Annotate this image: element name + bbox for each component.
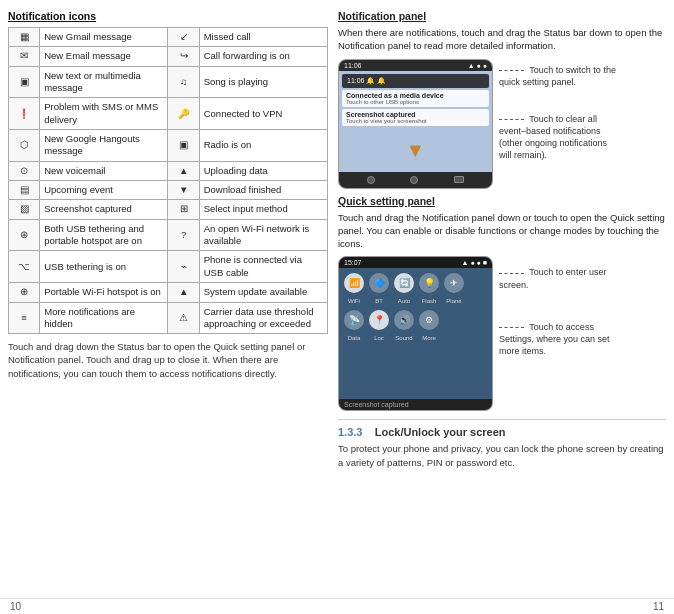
left-icon-cell-1: ✉ bbox=[9, 47, 40, 66]
phone-notif-item-1[interactable]: Connected as a media device Touch to oth… bbox=[342, 90, 489, 107]
lock-desc: To protect your phone and privacy, you c… bbox=[338, 442, 666, 469]
notif-panel-desc: When there are notifications, touch and … bbox=[338, 26, 666, 53]
phone-screen-1: 11:06 🔔 🔔 Connected as a media device To… bbox=[339, 71, 492, 172]
left-icon-cell-5: ⊙ bbox=[9, 161, 40, 180]
lock-title: Lock/Unlock your screen bbox=[375, 426, 506, 438]
notification-icons-title: Notification icons bbox=[8, 10, 328, 22]
left-label-cell-9: USB tethering is on bbox=[40, 251, 168, 283]
qs-icon-airplane[interactable]: ✈ bbox=[444, 273, 464, 293]
left-icon-cell-11: ≡ bbox=[9, 302, 40, 334]
qs-icon-rotate[interactable]: 🔄 bbox=[394, 273, 414, 293]
right-icon-cell-5: ▲ bbox=[168, 161, 199, 180]
qs-label-wifi: WiFi bbox=[344, 298, 364, 304]
qs-annot-1: Touch to enter user screen. bbox=[499, 266, 619, 290]
qs-label-rotate: Auto bbox=[394, 298, 414, 304]
left-label-cell-10: Portable Wi-Fi hotspot is on bbox=[40, 283, 168, 302]
right-icon-cell-3: 🔑 bbox=[168, 98, 199, 130]
qs-icon-bluetooth[interactable]: 🔷 bbox=[369, 273, 389, 293]
qs-annotations: Touch to enter user screen. Touch to acc… bbox=[499, 266, 619, 357]
qs-icon-wifi[interactable]: 📶 bbox=[344, 273, 364, 293]
qs-bottom-notif: Screenshot captured bbox=[339, 399, 492, 410]
page-num-right: 11 bbox=[653, 601, 664, 612]
qs-icon-sound[interactable]: 🔊 bbox=[394, 310, 414, 330]
page-num-left: 10 bbox=[10, 601, 21, 612]
qs-status-bar: 15:07 ▲ ● ● ■ bbox=[339, 257, 492, 268]
left-icon-cell-7: ▨ bbox=[9, 200, 40, 219]
qs-label-bt: BT bbox=[369, 298, 389, 304]
lock-section-num: 1.3.3 bbox=[338, 426, 362, 438]
right-label-cell-10: System update available bbox=[199, 283, 327, 302]
page-numbers: 10 11 bbox=[0, 598, 674, 614]
qs-label-row-2: Data Loc Sound More bbox=[344, 335, 487, 341]
annot-2-text: Touch to clear all event–based notificat… bbox=[499, 114, 607, 160]
left-icon-cell-9: ⌥ bbox=[9, 251, 40, 283]
right-icon-cell-8: ? bbox=[168, 219, 199, 251]
right-icon-cell-4: ▣ bbox=[168, 130, 199, 162]
main-page: Notification icons ▦New Gmail message↙Mi… bbox=[0, 0, 674, 598]
phone-notif-item-2[interactable]: Screenshot captured Touch to view your s… bbox=[342, 109, 489, 126]
qs-icon-data[interactable]: 📡 bbox=[344, 310, 364, 330]
annot-1-text: Touch to switch to the quick setting pan… bbox=[499, 65, 616, 87]
qs-wrapper: 15:07 ▲ ● ● ■ 📶 🔷 🔄 💡 ✈ WiFi BT Auto bbox=[338, 256, 666, 411]
right-icon-cell-9: ⌁ bbox=[168, 251, 199, 283]
qs-label-flash: Flash bbox=[419, 298, 439, 304]
qs-panel: 📶 🔷 🔄 💡 ✈ WiFi BT Auto Flash Plane bbox=[339, 268, 492, 399]
qs-label-data: Data bbox=[344, 335, 364, 341]
qs-icon-location[interactable]: 📍 bbox=[369, 310, 389, 330]
qs-time: 15:07 bbox=[344, 259, 362, 266]
right-label-cell-8: An open Wi-Fi network is available bbox=[199, 219, 327, 251]
phone-status-bar-1: 11:06 ▲ ● ● bbox=[339, 60, 492, 71]
left-label-cell-1: New Email message bbox=[40, 47, 168, 66]
left-label-cell-0: New Gmail message bbox=[40, 28, 168, 47]
qs-label-loc: Loc bbox=[369, 335, 389, 341]
right-icon-cell-6: ▼ bbox=[168, 181, 199, 200]
right-label-cell-0: Missed call bbox=[199, 28, 327, 47]
qs-icon-flashlight[interactable]: 💡 bbox=[419, 273, 439, 293]
right-icon-cell-7: ⊞ bbox=[168, 200, 199, 219]
phone-recent-btn[interactable] bbox=[454, 176, 464, 183]
left-label-cell-7: Screenshot captured bbox=[40, 200, 168, 219]
dashed-arrow-2 bbox=[499, 119, 524, 120]
right-icon-cell-2: ♫ bbox=[168, 66, 199, 98]
right-label-cell-2: Song is playing bbox=[199, 66, 327, 98]
lock-header: 1.3.3 Lock/Unlock your screen bbox=[338, 426, 666, 438]
phone-back-btn[interactable] bbox=[367, 176, 375, 184]
phone-notif-bar-1: 11:06 🔔 🔔 bbox=[342, 74, 489, 88]
qs-label-settings: More bbox=[419, 335, 439, 341]
phone-home-btn[interactable] bbox=[410, 176, 418, 184]
left-label-cell-2: New text or multimedia message bbox=[40, 66, 168, 98]
lock-section: 1.3.3 Lock/Unlock your screen To protect… bbox=[338, 419, 666, 469]
left-label-cell-5: New voicemail bbox=[40, 161, 168, 180]
down-arrow-indicator: ▼ bbox=[406, 139, 426, 162]
qs-icons-row-2: 📡 📍 🔊 ⚙ bbox=[344, 310, 487, 330]
left-icon-cell-3: ❗ bbox=[9, 98, 40, 130]
qs-icon-settings[interactable]: ⚙ bbox=[419, 310, 439, 330]
phone-time-1: 11:06 bbox=[344, 62, 362, 69]
phone-notif-bar-label: 11:06 🔔 🔔 bbox=[347, 77, 386, 84]
qs-annot-1-text: Touch to enter user screen. bbox=[499, 267, 606, 289]
left-label-cell-6: Upcoming event bbox=[40, 181, 168, 200]
left-icon-cell-2: ▣ bbox=[9, 66, 40, 98]
qs-icons: ▲ ● ● ■ bbox=[462, 259, 487, 266]
phone-bottom-bar-1 bbox=[339, 172, 492, 188]
right-label-cell-5: Uploading data bbox=[199, 161, 327, 180]
notif-panel-title: Notification panel bbox=[338, 10, 666, 22]
qs-annot-2: Touch to access Settings, where you can … bbox=[499, 321, 619, 357]
notif-item-title-2: Screenshot captured bbox=[346, 111, 485, 118]
notif-annotations: Touch to switch to the quick setting pan… bbox=[499, 64, 619, 162]
phone-mockup-1: 11:06 ▲ ● ● 11:06 🔔 🔔 Connected as a med… bbox=[338, 59, 493, 189]
left-label-cell-11: More notifications are hidden bbox=[40, 302, 168, 334]
bottom-note: Touch and drag down the Status bar to op… bbox=[8, 340, 328, 380]
phone-icons-1: ▲ ● ● bbox=[468, 62, 487, 69]
right-label-cell-6: Download finished bbox=[199, 181, 327, 200]
notif-item-title-1: Connected as a media device bbox=[346, 92, 485, 99]
left-icon-cell-10: ⊕ bbox=[9, 283, 40, 302]
left-icon-cell-0: ▦ bbox=[9, 28, 40, 47]
notif-item-sub-1: Touch to other USB options bbox=[346, 99, 485, 105]
qs-dashed-arrow-1 bbox=[499, 273, 524, 274]
right-label-cell-9: Phone is connected via USB cable bbox=[199, 251, 327, 283]
left-icon-cell-8: ⊛ bbox=[9, 219, 40, 251]
quick-setting-title: Quick setting panel bbox=[338, 195, 666, 207]
right-label-cell-1: Call forwarding is on bbox=[199, 47, 327, 66]
right-label-cell-11: Carrier data use threshold approaching o… bbox=[199, 302, 327, 334]
